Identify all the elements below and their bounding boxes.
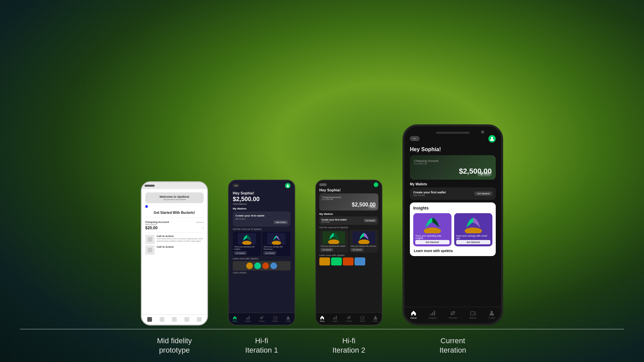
hifi1-wallets-title: My Wallets <box>233 207 290 210</box>
hifi2-label: Hi-fi Iteration 2 <box>315 336 382 355</box>
hifi2-card-num: 0123456789 <box>322 198 376 200</box>
hifi2-avatar-icon <box>374 182 378 187</box>
hifi1-promo-btn-1[interactable]: Get Started! <box>234 251 247 255</box>
hifi1-topbar: ▪▪▪ <box>229 180 294 190</box>
hifi2-nav-insights[interactable]: Insights <box>332 315 338 322</box>
midfi-balance-label: Balance <box>196 221 204 223</box>
hifi2-status-indicator <box>319 183 327 186</box>
midfi-indicator <box>145 205 148 208</box>
hifi2-nav-home[interactable]: Home <box>320 315 324 322</box>
current-insight-art-1 <box>413 213 451 233</box>
midfi-nav-wallets[interactable] <box>184 317 189 322</box>
current-fund-button[interactable]: Fund <box>477 172 492 176</box>
hifi2-nav-wallets[interactable]: Wallets <box>360 315 365 322</box>
hifi1-nav-wallets[interactable]: Wallets <box>273 316 278 322</box>
current-topbar: ▪▪▪ <box>405 126 501 145</box>
hifi1-promo-card-2: Grow your savings with Round-ups Get Sta… <box>262 232 290 256</box>
svg-rect-19 <box>336 316 337 319</box>
current-insight-btn-2[interactable]: Get Started! <box>456 240 490 244</box>
current-nav-home[interactable]: Home <box>411 310 417 319</box>
current-bottom-nav: Home Insights <box>405 307 501 323</box>
hifi2-learn-item-4 <box>355 257 365 265</box>
hifi2-learn-section: Learn more with spektra <box>319 254 378 265</box>
current-nav-wallets[interactable]: Wallets <box>469 310 477 319</box>
current-insights-section: Insights <box>410 202 496 256</box>
midfi-welcome-sub: Tap around to get started <box>149 198 200 200</box>
svg-point-23 <box>491 137 493 139</box>
hifi1-get-started-button[interactable]: add money <box>274 221 288 224</box>
hifi1-promo-section: Get the most out of Spektra <box>233 228 290 256</box>
midfi-nav-home[interactable] <box>147 317 152 322</box>
hifi1-bottom-nav: Home Insights Transfer Wallets <box>229 313 294 325</box>
current-nav-transfer[interactable]: Transfer <box>448 310 457 319</box>
midfi-cta-body-1: Lorem ipsum dolor sit amet, consectetur … <box>157 238 204 242</box>
midfi-label: Mid fidelity prototype <box>141 336 208 355</box>
hifi2-label-text: Hi-fi Iteration 2 <box>315 336 382 355</box>
hifi2-learn-row <box>319 257 378 265</box>
hifi2-promo-btn-1[interactable]: Get Started! <box>321 248 333 251</box>
hifi2-promo-art-1 <box>321 231 347 244</box>
svg-point-12 <box>287 316 289 318</box>
midfi-prototype: Welcome to Spektra! Tap around to get st… <box>141 181 208 325</box>
midfi-label-text: Mid fidelity prototype <box>141 336 208 355</box>
current-insights-cards: Track your spending with insights Get St… <box>413 213 492 246</box>
hifi2-learn-label: Learn more with spektra <box>319 254 378 256</box>
hifi2-fund-button[interactable]: Fund <box>369 205 376 208</box>
current-nav-profile[interactable]: Profile <box>488 310 495 319</box>
camera-icon <box>481 130 484 134</box>
hifi1-nav-profile[interactable]: Profile <box>286 316 290 322</box>
hifi2-card-title: Chequing Account <box>322 196 376 198</box>
current-get-started-button[interactable]: Get Started! <box>474 191 492 196</box>
hifi1-nav-insights[interactable]: Insights <box>245 316 251 322</box>
hifi2-promo-btn-2[interactable]: Get Started! <box>351 248 363 251</box>
midfi-welcome-title: Welcome to Spektra! <box>149 195 200 198</box>
svg-rect-7 <box>246 318 247 319</box>
midfi-account-name: Chequing Account <box>145 221 169 224</box>
hifi1-nav-home[interactable]: Home <box>233 316 237 322</box>
midfi-nav-profile[interactable] <box>197 317 202 322</box>
svg-rect-1 <box>148 248 152 252</box>
current-nav-insights[interactable]: Insights <box>429 310 437 319</box>
current-insight-text-1: Track your spending with insights <box>413 233 451 240</box>
hifi1-balance-label: Total Balance <box>233 203 290 205</box>
hifi1-promo-text-1: Track your spending with insights <box>234 246 260 250</box>
hifi2-greeting: Hey Sophia! <box>319 188 378 192</box>
current-wallet-title: Create your first wallet <box>413 191 446 194</box>
svg-rect-0 <box>148 237 152 242</box>
hifi2-promo-card-2: Grow your savings with round ups Get Sta… <box>350 230 378 253</box>
hifi2-prototype: Hey Sophia! Chequing Account 0123456789 … <box>315 180 382 325</box>
current-wallets-section: My Wallets Create your first wallet add … <box>410 182 496 200</box>
hifi2-nav-profile[interactable]: Profile <box>373 315 378 322</box>
hifi2-nav-transfer[interactable]: Transfer <box>346 315 352 322</box>
hifi1-avatar-icon <box>285 183 290 188</box>
svg-rect-28 <box>430 314 431 315</box>
svg-point-22 <box>375 316 376 318</box>
hifi1-nav-transfer[interactable]: Transfer <box>259 316 265 322</box>
svg-point-11 <box>276 317 276 318</box>
hifi1-status-pill: ▪▪▪ <box>233 184 239 187</box>
hifi1-prototype: ▪▪▪ Hey Sophia! $2,500.00 Total Balance … <box>228 180 295 325</box>
stage: Welcome to Spektra! Tap around to get st… <box>0 0 644 362</box>
hifi2-promo-art-2 <box>351 231 377 244</box>
prototypes-row: Welcome to Spektra! Tap around to get st… <box>20 13 624 329</box>
hifi1-promo-btn-2[interactable]: Get Started! <box>264 251 276 255</box>
hifi2-promo-cards: Track your spending with insights Get St… <box>319 230 378 253</box>
hifi2-learn-item-3 <box>343 257 354 265</box>
midfi-cta-row-2: Call to Action <box>145 245 204 255</box>
midfi-cta-title-2: Call to Action <box>157 245 174 248</box>
midfi-chevron-icon: › <box>203 226 204 230</box>
labels-row: Mid fidelity prototype Hi-fi Iteration 1… <box>20 329 624 362</box>
hifi2-bottom-nav: Home Insights Transfer Wallets <box>316 313 382 325</box>
hifi1-label: Hi-fi Iteration 1 <box>228 336 295 355</box>
current-insight-btn-1[interactable]: Get Started! <box>415 240 449 244</box>
svg-point-21 <box>363 317 364 318</box>
current-card-num: 0123456789 <box>414 163 492 165</box>
current-wallet-sub: add money <box>413 194 446 196</box>
hifi2-promo-text-2: Grow your savings with round ups <box>351 245 377 247</box>
svg-point-33 <box>491 311 493 313</box>
current-phone: ▪▪▪ Hey Sophia! Chequing Account 0123456… <box>402 124 503 325</box>
midfi-nav-transfer[interactable] <box>172 317 177 322</box>
hifi2-learn-item-2 <box>331 257 342 265</box>
hifi2-get-started-button[interactable]: Get Started! <box>364 219 376 222</box>
midfi-nav-insights[interactable] <box>160 317 164 322</box>
